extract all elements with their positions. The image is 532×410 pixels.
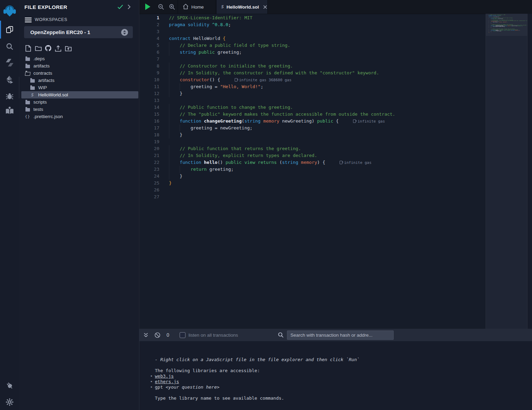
- clear-console-icon[interactable]: [155, 332, 160, 338]
- bullet: •: [150, 379, 153, 385]
- terminal-link-line[interactable]: •ethers.js: [139, 379, 532, 385]
- terminal-line: [139, 390, 532, 396]
- terminal-search-icon: [278, 332, 284, 338]
- terminal-line: •gpt <your question here>: [139, 385, 532, 390]
- terminal-line: - Right click on a JavaScript file in th…: [139, 357, 532, 362]
- folder-icon: [30, 86, 35, 90]
- tab-helloworld-sol[interactable]: S HelloWorld.sol: [216, 0, 268, 14]
- tree-item-label: .prettierrc.json: [33, 114, 63, 119]
- tree-item-label: .deps: [33, 56, 45, 61]
- braces-icon: {}: [25, 114, 30, 119]
- minimap[interactable]: // SPDX-License-Identifier: MITpragma so…: [489, 15, 525, 35]
- minimap-column[interactable]: // SPDX-License-Identifier: MITpragma so…: [486, 14, 532, 329]
- workspace-switch-icon[interactable]: [121, 29, 128, 36]
- clone-github-icon[interactable]: [45, 45, 52, 52]
- workspace-select[interactable]: OpenZeppelin ERC20 - 1: [24, 26, 133, 38]
- panel-title: FILE EXPLORER: [24, 4, 67, 10]
- search-icon[interactable]: [0, 38, 19, 55]
- deploy-run-icon[interactable]: [0, 71, 19, 88]
- tab-home[interactable]: Home: [178, 0, 216, 14]
- new-file-icon[interactable]: [25, 45, 32, 52]
- terminal-search-input[interactable]: [287, 330, 394, 340]
- tree-item-label: scripts: [33, 99, 47, 105]
- tree-item-helloworld-sol[interactable]: SHelloWorld.sol: [19, 91, 139, 98]
- load-folder-icon[interactable]: [65, 45, 72, 52]
- workspace-selected-value: OpenZeppelin ERC20 - 1: [30, 29, 90, 35]
- folder-icon: [25, 57, 30, 61]
- zoom-out-icon[interactable]: [158, 4, 164, 11]
- run-script-icon[interactable]: [145, 3, 150, 11]
- code-editor[interactable]: 1234567891011121314151617181920212223242…: [139, 14, 532, 329]
- terminal-bar: 0 listen on all transactions: [139, 329, 532, 341]
- terminal-line: interface: [139, 354, 532, 357]
- terminal-line: Type the library name to see available c…: [139, 396, 532, 401]
- code-lines[interactable]: // SPDX-License-Identifier: MITpragma so…: [169, 14, 484, 200]
- gas-estimate-annotation: infinite gas: [340, 160, 371, 165]
- scrollbar-track[interactable]: [527, 14, 532, 329]
- terminal-lines: interface- Right click on a JavaScript f…: [139, 341, 532, 401]
- home-icon: [183, 4, 189, 10]
- folder-icon: [30, 78, 35, 83]
- editor-tabbar: Home S HelloWorld.sol: [139, 0, 532, 14]
- terminal-link-line[interactable]: •web3.js: [139, 374, 532, 379]
- bullet: •: [150, 374, 153, 379]
- tree-item-contracts[interactable]: contracts: [19, 70, 139, 77]
- folder-icon: [25, 107, 30, 112]
- check-icon[interactable]: [117, 4, 123, 11]
- tree-item-artifacts[interactable]: artifacts: [19, 77, 139, 84]
- tree-item-label: artifacts: [38, 78, 54, 83]
- terminal-line: [139, 362, 532, 368]
- tab-label: Home: [191, 4, 204, 10]
- hamburger-menu-icon[interactable]: [25, 17, 32, 24]
- plugin-manager-icon[interactable]: [0, 377, 19, 394]
- file-tree: .depsartifactscontractsartifactsWIPSHell…: [19, 55, 139, 120]
- tree-item-label: artifacts: [33, 63, 50, 69]
- folder-open-icon: [25, 71, 30, 76]
- upload-file-icon[interactable]: [55, 45, 62, 52]
- new-folder-icon[interactable]: [35, 45, 42, 52]
- learneth-icon[interactable]: [0, 102, 19, 119]
- gas-estimate-annotation: infinite gas 368600 gas: [235, 78, 291, 82]
- terminal-line: The following libraries are accessible:: [139, 368, 532, 374]
- zoom-in-icon[interactable]: [169, 4, 175, 11]
- activity-bar: [0, 0, 19, 410]
- solidity-file-icon: S: [221, 4, 224, 9]
- gas-icon: [353, 119, 356, 123]
- listen-transactions-checkbox[interactable]: [180, 332, 185, 338]
- chevron-right-icon[interactable]: [127, 4, 131, 11]
- tree-item-artifacts[interactable]: artifacts: [19, 62, 139, 70]
- tree-item-label: WIP: [38, 85, 47, 90]
- collapse-terminal-icon[interactable]: [143, 333, 148, 337]
- workspaces-label: WORKSPACES: [35, 17, 67, 22]
- tree-item-scripts[interactable]: scripts: [19, 98, 139, 106]
- settings-gear-icon[interactable]: [0, 394, 19, 410]
- terminal-content[interactable]: interface- Right click on a JavaScript f…: [139, 341, 532, 410]
- bullet: •: [150, 385, 153, 390]
- tree-item-label: HelloWorld.sol: [38, 92, 68, 97]
- close-tab-icon[interactable]: [263, 5, 267, 9]
- gas-icon: [235, 78, 237, 82]
- remix-logo-icon: [0, 3, 19, 19]
- tree-item-wip[interactable]: WIP: [19, 84, 139, 91]
- tree-item--prettierrc-json[interactable]: {}.prettierrc.json: [19, 113, 139, 120]
- editor-gutter: 1234567891011121314151617181920212223242…: [139, 14, 164, 329]
- terminal-panel: 0 listen on all transactions interface- …: [139, 329, 532, 410]
- tree-item--deps[interactable]: .deps: [19, 55, 139, 62]
- solidity-compiler-icon[interactable]: [0, 54, 19, 71]
- tree-item-tests[interactable]: tests: [19, 106, 139, 113]
- debugger-icon[interactable]: [0, 88, 19, 104]
- gas-icon: [340, 161, 342, 164]
- folder-icon: [25, 64, 30, 68]
- tree-item-label: contracts: [33, 71, 52, 76]
- file-explorer-icon[interactable]: [0, 21, 19, 38]
- folder-icon: [25, 100, 30, 104]
- remix-ide-window: FILE EXPLORER WORKSPACES OpenZeppelin ER…: [0, 0, 532, 410]
- tree-item-label: tests: [33, 107, 43, 112]
- transaction-count: 0: [167, 332, 169, 338]
- tab-label: HelloWorld.sol: [226, 4, 259, 10]
- listen-transactions-label: listen on all transactions: [189, 333, 238, 338]
- file-explorer-panel: FILE EXPLORER WORKSPACES OpenZeppelin ER…: [19, 0, 139, 410]
- file-explorer-toolbar: [25, 44, 72, 52]
- gas-estimate-annotation: infinite gas: [353, 119, 385, 124]
- editor-region: Home S HelloWorld.sol 123456789101112131…: [139, 0, 532, 329]
